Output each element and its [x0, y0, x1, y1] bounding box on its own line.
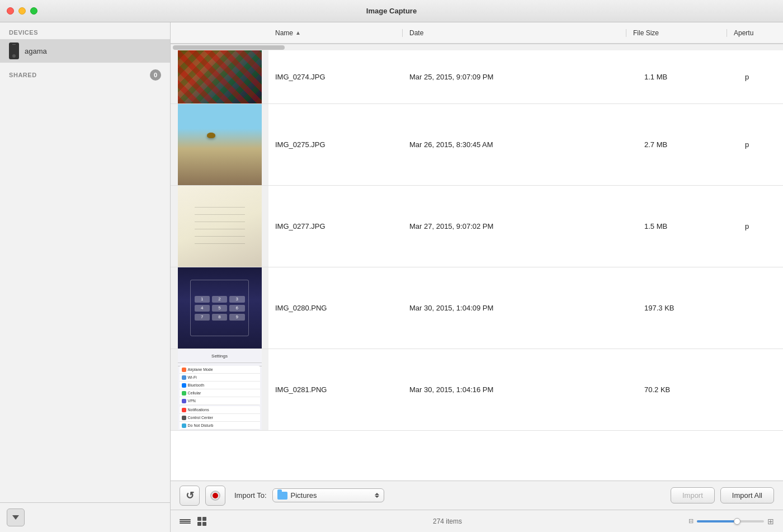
table-row[interactable]: IMG_0275.JPG Mar 26, 2015, 8:30:45 AM 2.… — [171, 104, 783, 186]
thumbnail-image-5: Settings Airplane Mode Wi-Fi Bluetooth C… — [178, 349, 262, 430]
status-bar: 274 items ⊟ ⊞ — [171, 510, 783, 532]
folder-icon — [277, 492, 287, 500]
device-icon — [9, 43, 19, 59]
row-thumbnail-3 — [171, 186, 268, 267]
row-filename-2: IMG_0275.JPG — [268, 140, 403, 149]
devices-section-header: DEVICES — [0, 22, 170, 39]
minimize-button[interactable] — [18, 7, 26, 15]
table-row[interactable]: 1 2 3 4 5 6 7 8 9 IMG_0280.PNG — [171, 267, 783, 349]
device-name-label: agama — [25, 47, 47, 55]
row-filesize-4: 197.3 KB — [638, 304, 738, 312]
window-controls — [7, 7, 37, 15]
table-row[interactable]: IMG_0274.JPG Mar 25, 2015, 9:07:09 PM 1.… — [171, 50, 783, 104]
row-filesize-3: 1.5 MB — [638, 222, 738, 230]
app-title: Image Capture — [366, 7, 417, 15]
th-name[interactable]: Name ▲ — [268, 29, 403, 37]
table-header: Name ▲ Date File Size Apertu — [171, 22, 783, 44]
dropdown-arrows-icon — [375, 493, 379, 498]
sidebar-item-agama[interactable]: agama — [0, 39, 170, 63]
h-scroll-thumb[interactable] — [173, 45, 285, 50]
table-body: IMG_0274.JPG Mar 25, 2015, 9:07:09 PM 1.… — [171, 50, 783, 481]
size-slider[interactable] — [697, 520, 764, 522]
row-thumbnail-5: Settings Airplane Mode Wi-Fi Bluetooth C… — [171, 349, 268, 430]
row-filesize-2: 2.7 MB — [638, 140, 738, 149]
sort-arrow-icon: ▲ — [295, 30, 301, 36]
row-filename-1: IMG_0274.JPG — [268, 73, 403, 81]
row-info-1: IMG_0274.JPG Mar 25, 2015, 9:07:09 PM 1.… — [268, 50, 783, 103]
import-to-folder-label: Pictures — [291, 491, 371, 500]
row-aperture-3: p — [738, 222, 783, 230]
view-list-button[interactable] — [180, 519, 191, 524]
rotate-button[interactable]: ↺ — [180, 486, 200, 506]
th-aperture: Apertu — [727, 29, 783, 37]
th-filesize[interactable]: File Size — [626, 29, 727, 37]
import-from-icon — [12, 515, 19, 520]
row-thumbnail-2 — [171, 104, 268, 185]
row-info-4: IMG_0280.PNG Mar 30, 2015, 1:04:09 PM 19… — [268, 267, 783, 349]
thumbnail-image-3 — [178, 186, 262, 267]
maximize-button[interactable] — [30, 7, 37, 15]
row-info-2: IMG_0275.JPG Mar 26, 2015, 8:30:45 AM 2.… — [268, 104, 783, 185]
close-button[interactable] — [7, 7, 14, 15]
row-aperture-2: p — [738, 140, 783, 149]
import-from-camera-button[interactable] — [7, 509, 25, 526]
shared-section: SHARED 0 — [0, 63, 170, 84]
row-filesize-5: 70.2 KB — [638, 385, 738, 394]
sidebar-bottom — [0, 502, 170, 532]
shared-section-header: SHARED — [9, 72, 37, 78]
row-filename-4: IMG_0280.PNG — [268, 304, 403, 312]
row-filename-3: IMG_0277.JPG — [268, 222, 403, 230]
titlebar: Image Capture — [0, 0, 783, 22]
row-aperture-1: p — [738, 73, 783, 81]
import-to-label: Import To: — [234, 491, 267, 500]
delete-button[interactable] — [205, 486, 225, 506]
table-row[interactable]: Settings Airplane Mode Wi-Fi Bluetooth C… — [171, 349, 783, 431]
table-row[interactable]: IMG_0277.JPG Mar 27, 2015, 9:07:02 PM 1.… — [171, 186, 783, 267]
row-date-3: Mar 27, 2015, 9:07:02 PM — [403, 222, 638, 230]
shared-badge: 0 — [150, 69, 161, 81]
items-count-label: 274 items — [213, 517, 682, 525]
horizontal-scrollbar[interactable] — [171, 44, 783, 50]
import-all-button[interactable]: Import All — [720, 487, 774, 503]
import-button[interactable]: Import — [671, 487, 715, 503]
thumbnail-image-1 — [178, 50, 262, 103]
row-thumbnail-1 — [171, 50, 268, 103]
app-body: DEVICES agama SHARED 0 Name ▲ Date File … — [0, 22, 783, 532]
row-date-1: Mar 25, 2015, 9:07:09 PM — [403, 73, 638, 81]
size-slider-container: ⊟ ⊞ — [688, 517, 774, 526]
row-filesize-1: 1.1 MB — [638, 73, 738, 81]
import-to-dropdown[interactable]: Pictures — [272, 488, 384, 502]
thumbnail-image-4: 1 2 3 4 5 6 7 8 9 — [178, 267, 262, 349]
size-small-icon: ⊟ — [688, 517, 694, 525]
delete-icon — [210, 491, 220, 501]
size-large-icon: ⊞ — [767, 517, 774, 526]
thumbnail-image-2 — [178, 104, 262, 185]
th-date[interactable]: Date — [403, 29, 626, 37]
row-date-2: Mar 26, 2015, 8:30:45 AM — [403, 140, 638, 149]
row-date-5: Mar 30, 2015, 1:04:16 PM — [403, 385, 638, 394]
row-info-5: IMG_0281.PNG Mar 30, 2015, 1:04:16 PM 70… — [268, 349, 783, 430]
row-filename-5: IMG_0281.PNG — [268, 385, 403, 394]
row-date-4: Mar 30, 2015, 1:04:09 PM — [403, 304, 638, 312]
row-thumbnail-4: 1 2 3 4 5 6 7 8 9 — [171, 267, 268, 349]
sidebar: DEVICES agama SHARED 0 — [0, 22, 171, 532]
bottom-toolbar: ↺ Import To: Pictures Import Import All — [171, 481, 783, 510]
row-info-3: IMG_0277.JPG Mar 27, 2015, 9:07:02 PM 1.… — [268, 186, 783, 267]
view-grid-button[interactable] — [197, 517, 206, 526]
content-area: Name ▲ Date File Size Apertu IMG_0274.JP… — [171, 22, 783, 532]
